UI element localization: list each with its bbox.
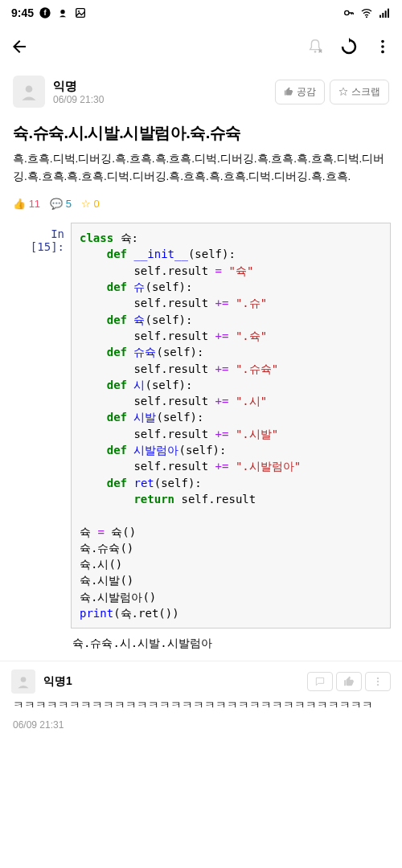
comment-avatar	[11, 669, 35, 694]
speech-icon	[314, 676, 326, 687]
signal-icon	[378, 6, 391, 19]
code-prompt: In [15]:	[11, 223, 71, 628]
post-date: 06/09 21:30	[53, 94, 267, 105]
key-icon	[343, 6, 355, 19]
post-author: 익명	[53, 79, 267, 94]
svg-point-16	[381, 51, 384, 54]
comment-more-button[interactable]	[365, 672, 391, 691]
gallery-icon	[74, 6, 87, 19]
back-icon[interactable]	[10, 37, 29, 56]
comment-body: ㅋㅋㅋㅋㅋㅋㅋㅋㅋㅋㅋㅋㅋㅋㅋㅋㅋㅋㅋㅋㅋㅋㅋㅋㅋㅋㅋㅋㅋㅋㅋㅋ	[0, 697, 402, 714]
thumbs-up-icon	[284, 87, 293, 96]
svg-rect-10	[388, 9, 389, 18]
reply-button[interactable]	[307, 672, 333, 691]
facebook-icon: f	[39, 6, 51, 19]
more-icon	[372, 676, 384, 687]
status-time: 9:45	[11, 6, 34, 19]
more-icon[interactable]	[373, 37, 392, 56]
svg-point-5	[345, 10, 349, 14]
avatar	[13, 76, 45, 108]
comment-row: 익명1	[0, 661, 402, 697]
svg-point-4	[78, 10, 80, 12]
stat-comment: 💬 5	[50, 198, 72, 210]
code-output: 슉.슈슉.시.시발.시발럼아	[72, 637, 391, 651]
nav-bar	[0, 26, 402, 68]
svg-point-21	[377, 684, 379, 686]
svg-point-20	[377, 681, 379, 682]
thumbs-up-icon	[343, 676, 355, 687]
svg-point-6	[366, 16, 367, 18]
code-cell: class 슉: def __init__(self): self.result…	[71, 223, 391, 628]
svg-point-2	[60, 10, 64, 14]
like-button[interactable]: 공감	[275, 80, 325, 104]
scrap-button[interactable]: 스크랩	[330, 80, 389, 104]
comment-date: 06/09 21:31	[0, 714, 402, 735]
app-icon	[56, 6, 69, 19]
like-label: 공감	[297, 85, 316, 99]
stat-star: ☆ 0	[81, 198, 100, 210]
status-bar: 9:45 f	[0, 0, 402, 26]
svg-point-19	[377, 678, 379, 679]
svg-point-15	[381, 45, 384, 48]
svg-point-11	[314, 51, 317, 53]
svg-point-18	[21, 677, 27, 682]
like-comment-button[interactable]	[336, 672, 362, 691]
code-block: In [15]: class 슉: def __init__(self): se…	[11, 223, 391, 628]
post-header: 익명 06/09 21:30 공감 스크랩	[0, 68, 402, 116]
svg-point-14	[381, 40, 384, 43]
svg-rect-7	[379, 15, 381, 18]
post-title: 슉.슈슉.시.시발.시발럼아.슉.슈슉	[0, 116, 402, 149]
svg-rect-8	[382, 13, 384, 18]
star-icon	[338, 87, 348, 96]
stat-like: 👍 11	[13, 198, 40, 210]
svg-point-17	[26, 85, 33, 92]
post-stats: 👍 11 💬 5 ☆ 0	[0, 193, 402, 219]
refresh-icon[interactable]	[339, 37, 359, 56]
notification-off-icon[interactable]	[306, 37, 325, 56]
svg-rect-9	[385, 10, 387, 18]
comment-author: 익명1	[43, 674, 299, 689]
scrap-label: 스크랩	[351, 85, 380, 99]
wifi-icon	[360, 6, 373, 19]
post-body: 흑.흐흑.디벅.디버깅.흑.흐흑.흑.흐흑.디벅.디버깅.흑.흐흑.흑.흐흑.디…	[0, 149, 402, 193]
